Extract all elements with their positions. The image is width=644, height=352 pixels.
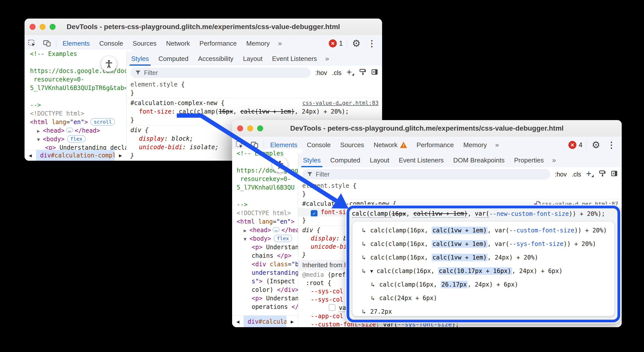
minimize-button[interactable]	[247, 125, 253, 131]
error-badge[interactable]: ✕1	[326, 35, 345, 52]
more-sidebar-tabs-button[interactable]: »	[549, 153, 560, 167]
evaluated-value-chip[interactable]: calc(1vw + 1em)	[432, 227, 488, 234]
close-button[interactable]	[237, 125, 243, 131]
dom-node-line[interactable]: understanding	[237, 269, 302, 277]
css-variable-link[interactable]: --sys-font-size	[509, 240, 564, 247]
dock-panel-icon[interactable]	[611, 170, 618, 179]
dom-node-line[interactable]: -->	[237, 200, 302, 209]
dom-node-line[interactable]: color) </div>	[237, 286, 302, 294]
dom-node-line[interactable]: <!-- Examples	[30, 50, 132, 58]
filter-input[interactable]: Filter	[302, 169, 550, 180]
evaluated-value-chip[interactable]: 26.17px	[441, 281, 467, 288]
breadcrumb-item[interactable]: div#calculat	[244, 316, 286, 327]
titlebar[interactable]: DevTools - peters-css-playground.glitch.…	[232, 120, 622, 137]
breadcrumb-forward-icon[interactable]: ▶	[286, 316, 298, 327]
declaration-checkbox[interactable]: ✓	[311, 210, 317, 216]
evaluated-value-chip[interactable]: calc(1vw + 1em)	[432, 240, 488, 248]
more-tabs-button[interactable]: »	[492, 137, 503, 153]
code-token[interactable]: var(	[475, 210, 489, 218]
css-line[interactable]: }	[298, 190, 622, 198]
dock-panel-icon[interactable]	[371, 68, 378, 77]
minimize-button[interactable]	[40, 24, 46, 30]
code-token[interactable]: calc(	[352, 210, 370, 218]
error-badge[interactable]: ✕4	[566, 137, 585, 153]
collapsed-children-icon[interactable]: …	[273, 227, 280, 232]
breadcrumb-back-icon[interactable]: ◀	[232, 316, 244, 327]
css-line[interactable]: element.style {	[298, 182, 622, 190]
tab-dom-breakpoints[interactable]: DOM Breakpoints	[448, 153, 509, 167]
dom-node-line[interactable]: ▼ <body>flex	[237, 234, 302, 243]
settings-gear-icon[interactable]: ⚙	[349, 35, 364, 52]
tab-event-listeners[interactable]: Event Listeners	[394, 153, 448, 167]
node-badge[interactable]: scroll	[90, 118, 115, 126]
tab-sources[interactable]: Sources	[336, 137, 369, 153]
more-tabs-button[interactable]: »	[274, 35, 285, 52]
new-style-rule-icon[interactable]: +◢	[347, 67, 354, 77]
dom-node-line[interactable]: -->	[30, 101, 132, 109]
tab-network[interactable]: Network!	[369, 137, 412, 153]
dom-node-line[interactable]: 5_l7VKnhaUl6B3QU	[237, 183, 302, 192]
dom-node-line[interactable]	[237, 158, 302, 166]
rendering-brush-icon[interactable]	[599, 170, 606, 179]
stylesheet-source-link[interactable]: css-value-d…ger.html:83	[302, 99, 379, 107]
tab-memory[interactable]: Memory	[241, 35, 274, 52]
dom-node-line[interactable]: operations </	[237, 303, 302, 311]
breadcrumb-item[interactable]: div#calculation-comple	[36, 150, 115, 161]
dom-node-line[interactable]: https://docs.google.com/doc	[30, 67, 132, 75]
tab-performance[interactable]: Performance	[412, 137, 459, 153]
dom-node-line[interactable]: <!-- Examples	[237, 149, 302, 158]
dom-node-line[interactable]	[30, 92, 132, 101]
new-style-rule-icon[interactable]: +◢	[586, 168, 594, 179]
accessibility-person-icon[interactable]	[272, 157, 288, 172]
kebab-menu-icon[interactable]: ⋮	[364, 35, 380, 52]
tab-elements[interactable]: Elements	[58, 35, 94, 52]
settings-gear-icon[interactable]: ⚙	[588, 137, 604, 153]
tab-accessibility[interactable]: Accessibility	[193, 52, 238, 66]
dom-node-line[interactable]: ▶ <head>…</head	[237, 226, 302, 234]
dom-node-line[interactable]: <p> Understan	[237, 294, 302, 303]
node-badge[interactable]: flex	[274, 235, 292, 242]
evaluated-value-chip[interactable]: calc(1vw + 1em)	[432, 254, 488, 261]
dom-node-line[interactable]: ▶ <head>…</head>	[30, 126, 132, 135]
css-value-expression[interactable]: calc(clamp(16px, calc(1vw + 1em), var(--…	[349, 208, 617, 219]
tab-layout[interactable]: Layout	[365, 153, 394, 167]
toggle-cls-button[interactable]: .cls	[572, 171, 581, 178]
css-variable-link[interactable]: --custom-font-size	[509, 227, 574, 234]
css-line[interactable]: element.style {	[126, 80, 382, 89]
css-line[interactable]: }	[126, 89, 382, 97]
toggle-hov-button[interactable]: :hov	[555, 171, 567, 178]
tab-console[interactable]: Console	[94, 35, 128, 52]
titlebar[interactable]: DevTools - peters-css-playground.glitch.…	[25, 19, 382, 35]
filter-input[interactable]: Filter	[130, 67, 311, 78]
tab-performance[interactable]: Performance	[195, 35, 242, 52]
inspect-element-icon[interactable]	[25, 35, 40, 52]
dom-node-line[interactable]: resourcekey=0-	[30, 75, 132, 84]
breadcrumb-forward-icon[interactable]: ▶	[115, 150, 126, 161]
css-line[interactable]: #calculation-complex-new {css-value-d…ge…	[126, 99, 382, 107]
rendering-brush-icon[interactable]	[359, 68, 366, 77]
toggle-cls-button[interactable]: .cls	[332, 69, 342, 76]
css-line[interactable]: font-size: calc(clamp(16px, calc(1vw + 1…	[126, 107, 382, 116]
device-toolbar-icon[interactable]	[40, 35, 55, 52]
dom-tree-panel[interactable]: <!-- Exampleshttps://docs.goog resourcek…	[232, 149, 302, 315]
tab-event-listeners[interactable]: Event Listeners	[267, 52, 321, 66]
kebab-menu-icon[interactable]: ⋮	[604, 137, 619, 153]
dom-node-line[interactable]: <!DOCTYPE html>	[30, 109, 132, 118]
dom-node-line[interactable]: resourcekey=0-	[237, 175, 302, 183]
toggle-hov-button[interactable]: :hov	[315, 69, 327, 76]
tab-computed[interactable]: Computed	[326, 153, 365, 167]
tab-styles[interactable]: Styles	[298, 153, 326, 167]
tab-properties[interactable]: Properties	[509, 153, 549, 167]
accessibility-person-icon[interactable]	[101, 56, 117, 72]
dom-node-line[interactable]: 5_l7VKnhaUl6B3QUIpTR6g&tab=	[30, 84, 132, 92]
dom-node-line[interactable]: https://docs.goog	[237, 166, 302, 175]
expand-toggle-icon[interactable]: ▼	[370, 268, 373, 274]
breadcrumb-back-icon[interactable]: ◀	[25, 150, 36, 161]
dom-node-line[interactable]: <p> Understanding decla	[30, 143, 132, 150]
dom-node-line[interactable]: <html lang="en">scroll	[30, 118, 132, 126]
close-button[interactable]	[30, 24, 36, 30]
dom-node-line[interactable]: ▼ <body>flex	[30, 135, 132, 143]
node-badge[interactable]: flex	[67, 135, 86, 143]
collapsed-children-icon[interactable]: …	[66, 128, 73, 133]
code-token[interactable]: calc(1vw + 1em)	[413, 210, 468, 218]
